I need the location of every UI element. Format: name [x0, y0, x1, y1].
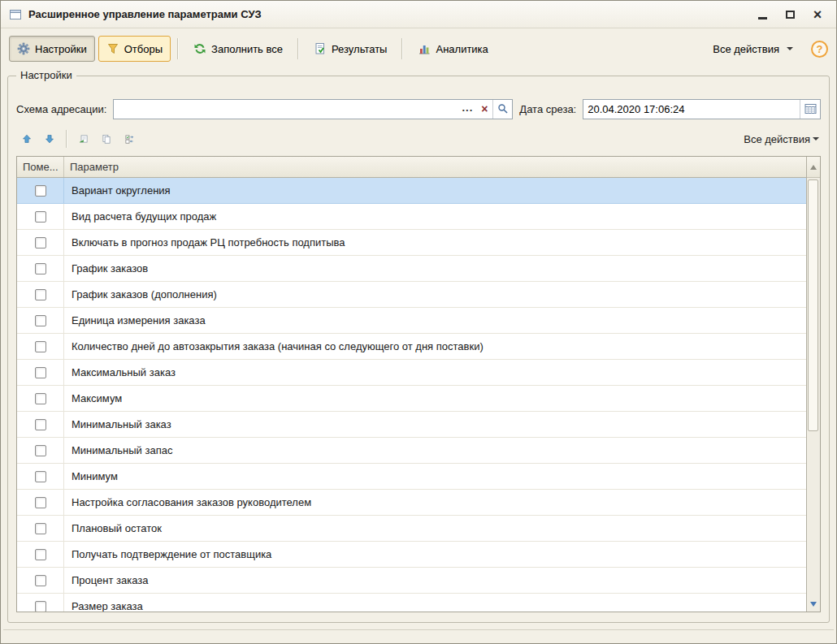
fill-all-button-label: Заполнить все	[211, 43, 283, 55]
row-parameter-cell: Максимальный заказ	[64, 360, 806, 385]
table-row[interactable]: Получать подтверждение от поставщика	[17, 542, 806, 568]
arrow-up-icon	[22, 132, 32, 145]
scroll-down-icon	[810, 602, 817, 607]
row-checkbox[interactable]	[35, 471, 46, 482]
help-button[interactable]: ?	[811, 41, 828, 58]
table-row[interactable]: Вариант округления	[17, 178, 806, 204]
date-slice-input[interactable]	[583, 101, 800, 118]
analytics-button[interactable]: Аналитика	[410, 36, 496, 62]
command-toolbar: Настройки Отборы Заполнить все Результат…	[1, 28, 836, 69]
row-mark-cell	[17, 204, 64, 229]
calendar-icon	[804, 103, 817, 115]
row-checkbox[interactable]	[35, 445, 46, 456]
addressing-scheme-input[interactable]	[114, 101, 458, 118]
table-row[interactable]: Максимальный заказ	[17, 360, 806, 386]
row-checkbox[interactable]	[35, 523, 46, 534]
all-actions-button[interactable]: Все действия	[705, 36, 801, 62]
scrollbar-up-button[interactable]	[807, 157, 820, 178]
row-checkbox[interactable]	[35, 575, 46, 586]
all-actions-button-label: Все действия	[713, 43, 779, 55]
toggle-flags-icon	[124, 132, 134, 145]
table-row[interactable]: Настройка согласования заказов руководит…	[17, 490, 806, 516]
results-button-label: Результаты	[332, 43, 387, 55]
row-checkbox[interactable]	[35, 497, 46, 508]
table-row[interactable]: Максимум	[17, 386, 806, 412]
table-row[interactable]: Минимум	[17, 464, 806, 490]
row-checkbox[interactable]	[35, 263, 46, 274]
titlebar[interactable]: Расширенное управление параметрами СУЗ ×	[1, 1, 836, 28]
row-parameter-cell: Максимум	[64, 386, 806, 411]
list-all-actions-label: Все действия	[744, 133, 810, 145]
row-mark-cell	[17, 360, 64, 385]
row-checkbox[interactable]	[35, 393, 46, 404]
parameters-table: Поме... Параметр Вариант округления Вид …	[16, 156, 821, 612]
row-mark-cell	[17, 516, 64, 541]
window-bottom-edge	[3, 629, 834, 641]
window-form-icon	[9, 8, 22, 21]
table-row[interactable]: Минимальный заказ	[17, 412, 806, 438]
row-parameter-cell: Включать в прогноз продаж РЦ потребность…	[64, 230, 806, 255]
copy-button[interactable]	[96, 128, 117, 149]
row-parameter-cell: Количество дней до автозакрытия заказа (…	[64, 334, 806, 359]
table-row[interactable]: Минимальный запас	[17, 438, 806, 464]
row-mark-cell	[17, 542, 64, 567]
app-window: Расширенное управление параметрами СУЗ ×…	[0, 0, 837, 644]
table-row[interactable]: Размер заказа	[17, 594, 806, 612]
scrollbar-track[interactable]	[807, 178, 820, 597]
maximize-button[interactable]	[783, 7, 797, 22]
row-mark-cell	[17, 594, 64, 612]
close-button[interactable]: ×	[810, 7, 825, 22]
table-row[interactable]: График заказов (дополнения)	[17, 282, 806, 308]
row-parameter-cell: Вид расчета будущих продаж	[64, 204, 806, 229]
settings-groupbox: Настройки Схема адресации: ... × Дата ср…	[7, 76, 830, 623]
minimize-button[interactable]	[755, 7, 770, 22]
move-down-button[interactable]	[39, 128, 60, 149]
table-row[interactable]: Вид расчета будущих продаж	[17, 204, 806, 230]
analytics-button-label: Аналитика	[436, 43, 488, 55]
row-checkbox[interactable]	[35, 341, 46, 352]
table-row[interactable]: График заказов	[17, 256, 806, 282]
open-magnifier-button[interactable]	[492, 100, 512, 119]
minimize-icon	[758, 17, 767, 19]
fill-all-button[interactable]: Заполнить все	[185, 36, 291, 62]
calendar-button[interactable]	[800, 100, 820, 119]
list-all-actions-button[interactable]: Все действия	[744, 133, 821, 145]
scrollbar-down-button[interactable]	[807, 597, 820, 612]
column-header-parameter[interactable]: Параметр	[64, 157, 806, 177]
row-mark-cell	[17, 386, 64, 411]
table-row[interactable]: Включать в прогноз продаж РЦ потребность…	[17, 230, 806, 256]
column-header-mark[interactable]: Поме...	[17, 157, 64, 177]
window-title: Расширенное управление параметрами СУЗ	[28, 8, 262, 20]
row-checkbox[interactable]	[35, 315, 46, 326]
table-row[interactable]: Плановый остаток	[17, 516, 806, 542]
magnifier-icon	[497, 103, 509, 115]
results-button[interactable]: Результаты	[306, 36, 395, 62]
move-up-button[interactable]	[16, 128, 37, 149]
clear-button[interactable]: ×	[476, 100, 492, 119]
table-main: Поме... Параметр Вариант округления Вид …	[17, 157, 806, 612]
date-slice-label: Дата среза:	[519, 103, 576, 115]
table-row[interactable]: Процент заказа	[17, 568, 806, 594]
filters-button[interactable]: Отборы	[98, 36, 171, 62]
vertical-scrollbar	[806, 157, 820, 612]
table-row[interactable]: Единица измерения заказа	[17, 308, 806, 334]
choose-button[interactable]: ...	[458, 100, 476, 119]
row-checkbox[interactable]	[35, 419, 46, 430]
row-checkbox[interactable]	[35, 211, 46, 223]
scroll-up-icon	[810, 165, 817, 170]
settings-button[interactable]: Настройки	[9, 36, 95, 62]
scrollbar-thumb[interactable]	[808, 179, 818, 431]
table-row[interactable]: Количество дней до автозакрытия заказа (…	[17, 334, 806, 360]
row-checkbox[interactable]	[35, 185, 46, 197]
row-checkbox[interactable]	[35, 601, 46, 612]
row-checkbox[interactable]	[35, 367, 46, 378]
row-checkbox[interactable]	[35, 549, 46, 560]
row-parameter-cell: Процент заказа	[64, 568, 806, 593]
toolbar-separator	[297, 38, 299, 59]
toggle-flags-button[interactable]	[119, 128, 140, 149]
arrow-down-icon	[45, 132, 54, 145]
row-mark-cell	[17, 334, 64, 359]
set-flags-button[interactable]	[73, 128, 94, 149]
row-checkbox[interactable]	[35, 237, 46, 249]
row-checkbox[interactable]	[35, 289, 46, 300]
